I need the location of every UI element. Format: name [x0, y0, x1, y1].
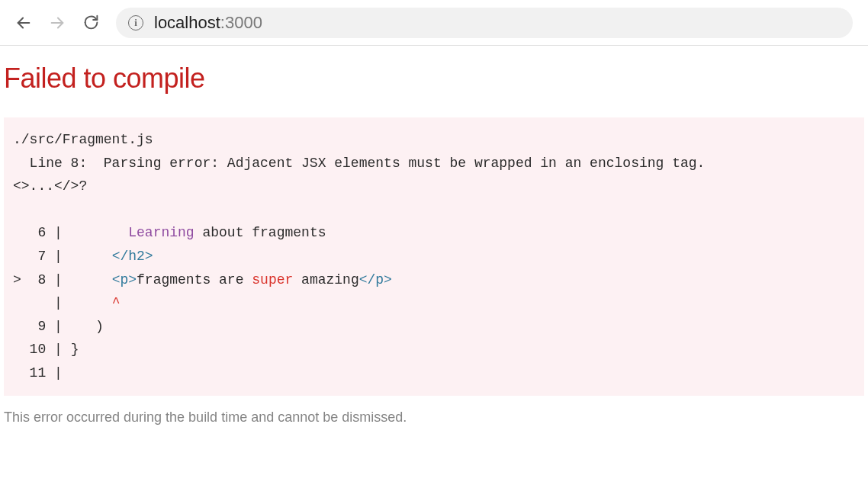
error-message-line-2: <>...</>? [13, 175, 855, 198]
code-line-10: 10 | } [13, 338, 855, 361]
code-line-8: > 8 | <p>fragments are super amazing</p> [13, 268, 855, 292]
nav-button-group [15, 14, 99, 31]
info-icon[interactable]: i [128, 15, 143, 31]
reload-icon[interactable] [82, 14, 99, 31]
address-bar[interactable]: i localhost:3000 [116, 8, 853, 38]
code-line-7: 7 | </h2> [13, 245, 855, 268]
error-file-path: ./src/Fragment.js [13, 128, 855, 152]
page-content: Failed to compile ./src/Fragment.js Line… [0, 46, 868, 426]
error-title: Failed to compile [4, 63, 864, 95]
blank-line [13, 198, 855, 222]
forward-icon[interactable] [49, 14, 66, 31]
error-message-line-1: Line 8: Parsing error: Adjacent JSX elem… [13, 152, 855, 175]
url-text: localhost:3000 [154, 13, 262, 33]
code-line-11: 11 | [13, 361, 855, 385]
code-line-9: 9 | ) [13, 315, 855, 339]
url-host: localhost [154, 13, 220, 32]
code-line-6: 6 | Learning about fragments [13, 221, 855, 245]
url-port: :3000 [220, 13, 262, 32]
back-icon[interactable] [15, 14, 32, 31]
error-footer-text: This error occurred during the build tim… [4, 410, 864, 426]
code-line-caret: | ^ [13, 291, 855, 315]
browser-navigation-bar: i localhost:3000 [0, 0, 868, 46]
error-code-block: ./src/Fragment.js Line 8: Parsing error:… [4, 117, 864, 396]
